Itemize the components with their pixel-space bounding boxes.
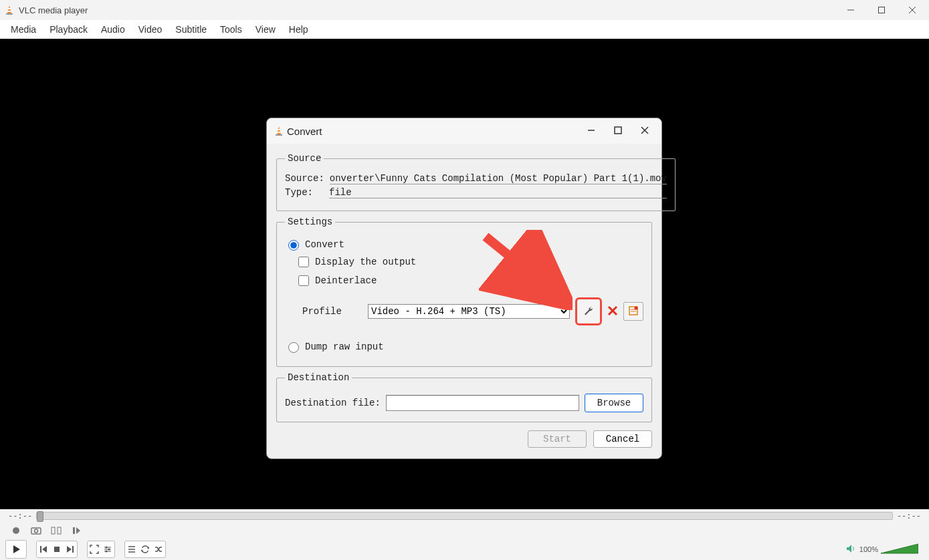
record-icon[interactable]	[8, 523, 24, 539]
source-label: Source:	[285, 173, 324, 184]
dump-raw-radio[interactable]	[288, 342, 299, 353]
vlc-cone-icon	[4, 5, 15, 15]
stop-button[interactable]	[50, 541, 64, 557]
svg-rect-36	[278, 129, 280, 130]
svg-point-8	[13, 527, 19, 534]
start-button[interactable]: Start	[528, 430, 587, 448]
player-controls: --:-- --:-- 100%	[0, 509, 929, 560]
convert-radio[interactable]	[288, 240, 299, 251]
time-elapsed: --:--	[8, 511, 32, 521]
minimize-button[interactable]	[835, 0, 866, 20]
destination-group: Destination Destination file: Browse	[276, 372, 652, 422]
svg-marker-32	[847, 545, 851, 553]
svg-rect-1	[6, 13, 13, 15]
svg-marker-30	[148, 547, 150, 549]
svg-point-47	[635, 306, 638, 309]
browse-button[interactable]: Browse	[585, 394, 643, 412]
menu-media[interactable]: Media	[4, 21, 43, 37]
svg-point-24	[106, 547, 108, 549]
menu-subtitle[interactable]: Subtitle	[169, 21, 213, 37]
svg-rect-12	[58, 527, 61, 534]
menu-playback[interactable]: Playback	[43, 21, 94, 37]
menu-audio[interactable]: Audio	[94, 21, 132, 37]
deinterlace-checkbox[interactable]	[298, 275, 309, 286]
next-button[interactable]	[64, 541, 77, 557]
volume-slider[interactable]	[881, 543, 918, 556]
dialog-minimize-button[interactable]	[585, 126, 597, 137]
frame-step-icon[interactable]	[68, 523, 84, 539]
svg-rect-20	[72, 546, 74, 553]
source-legend: Source	[285, 153, 324, 164]
seek-bar[interactable]	[36, 512, 893, 520]
play-button[interactable]	[5, 540, 27, 559]
destination-file-label: Destination file:	[285, 398, 381, 408]
convert-dialog: Convert Source Source: onverter\Funny Ca…	[266, 118, 662, 459]
x-icon	[607, 308, 618, 318]
fullscreen-button[interactable]	[88, 541, 101, 557]
dialog-close-button[interactable]	[639, 126, 651, 137]
time-total: --:--	[897, 511, 921, 521]
svg-rect-39	[615, 127, 621, 134]
svg-marker-15	[13, 545, 20, 553]
settings-group: Settings Convert Display the output Dein…	[276, 217, 652, 367]
svg-point-25	[108, 549, 110, 551]
dialog-maximize-button[interactable]	[612, 126, 624, 137]
close-button[interactable]	[897, 0, 928, 20]
source-value: onverter\Funny Cats Compilation (Most Po…	[330, 173, 667, 184]
new-profile-button[interactable]	[623, 302, 643, 321]
type-value: file	[329, 187, 667, 198]
svg-rect-35	[276, 134, 282, 136]
svg-rect-3	[8, 11, 11, 12]
wrench-icon	[583, 305, 595, 319]
loop-ab-icon[interactable]	[48, 523, 64, 539]
display-output-label: Display the output	[315, 257, 416, 267]
svg-rect-16	[40, 546, 41, 553]
maximize-button[interactable]	[866, 0, 897, 20]
loop-button[interactable]	[138, 541, 152, 557]
speaker-icon[interactable]	[846, 544, 857, 555]
svg-point-10	[35, 529, 38, 533]
vlc-cone-icon	[274, 126, 284, 136]
svg-rect-11	[51, 527, 55, 534]
delete-profile-button[interactable]	[607, 305, 618, 318]
destination-file-input[interactable]	[386, 395, 579, 411]
svg-rect-13	[73, 527, 75, 534]
svg-rect-18	[54, 547, 60, 552]
svg-rect-2	[8, 8, 11, 9]
menu-bar: Media Playback Audio Video Subtitle Tool…	[0, 20, 929, 39]
main-titlebar: VLC media player	[0, 0, 929, 20]
dump-raw-label: Dump raw input	[305, 341, 384, 352]
shuffle-button[interactable]	[152, 541, 165, 557]
extended-settings-button[interactable]	[101, 541, 114, 557]
svg-point-26	[106, 551, 108, 553]
menu-view[interactable]: View	[249, 21, 282, 37]
dialog-title: Convert	[287, 126, 322, 137]
source-group: Source Source: onverter\Funny Cats Compi…	[276, 153, 676, 211]
svg-marker-33	[881, 544, 918, 553]
cancel-button[interactable]: Cancel	[593, 430, 652, 448]
menu-tools[interactable]: Tools	[213, 21, 249, 37]
svg-marker-17	[42, 546, 47, 553]
playlist-button[interactable]	[125, 541, 138, 557]
destination-legend: Destination	[285, 372, 352, 383]
settings-legend: Settings	[285, 217, 335, 227]
svg-rect-5	[879, 7, 885, 13]
profile-select[interactable]: Video - H.264 + MP3 (TS)	[368, 304, 570, 319]
snapshot-icon[interactable]	[28, 523, 44, 539]
app-title: VLC media player	[19, 5, 88, 15]
deinterlace-label: Deinterlace	[315, 275, 377, 286]
window-controls	[835, 0, 928, 20]
new-profile-icon	[628, 305, 639, 318]
svg-marker-14	[76, 527, 80, 534]
convert-label: Convert	[305, 239, 344, 250]
edit-profile-button[interactable]	[575, 297, 602, 325]
svg-marker-31	[141, 549, 143, 552]
svg-rect-37	[278, 132, 281, 133]
profile-label: Profile	[302, 306, 363, 317]
menu-video[interactable]: Video	[132, 21, 169, 37]
volume-percent: 100%	[859, 545, 878, 553]
menu-help[interactable]: Help	[282, 21, 315, 37]
prev-button[interactable]	[37, 541, 50, 557]
dialog-titlebar: Convert	[267, 118, 661, 144]
display-output-checkbox[interactable]	[298, 257, 309, 267]
